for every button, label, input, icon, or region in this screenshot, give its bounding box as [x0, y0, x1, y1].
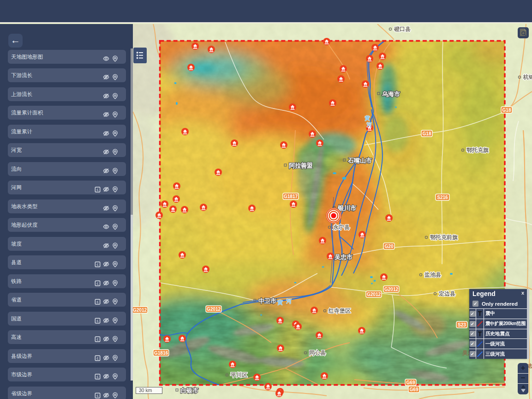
svg-text:鄂托克旗: 鄂托克旗 [466, 147, 489, 153]
svg-text:G20: G20 [385, 244, 394, 249]
svg-text:河: 河 [366, 121, 372, 128]
svg-text:中卫市: 中卫市 [258, 297, 276, 304]
svg-text:G2012: G2012 [367, 292, 381, 297]
svg-text:乌海市: 乌海市 [382, 91, 400, 97]
svg-text:G2012: G2012 [207, 307, 221, 312]
svg-text:G69: G69 [410, 387, 418, 392]
svg-text:G18: G18 [502, 108, 511, 113]
svg-text:吴忠市: 吴忠市 [334, 254, 353, 260]
svg-text:银川市: 银川市 [337, 205, 357, 212]
svg-text:黄: 黄 [365, 115, 370, 121]
svg-text:鄂托克前旗: 鄂托克前旗 [430, 234, 458, 241]
svg-text:磴口县: 磴口县 [394, 26, 411, 32]
svg-text:G2012: G2012 [133, 308, 147, 313]
svg-text:G1817: G1817 [284, 194, 298, 199]
svg-text:G1816: G1816 [154, 351, 168, 356]
svg-text:红寺堡区: 红寺堡区 [328, 308, 351, 314]
svg-text:S216: S216 [437, 195, 448, 200]
svg-text:G2012: G2012 [384, 287, 398, 292]
svg-text:永宁县: 永宁县 [333, 224, 350, 230]
svg-text:S23: S23 [458, 322, 466, 327]
svg-text:河: 河 [286, 298, 292, 304]
svg-text:石嘴山市: 石嘴山市 [347, 157, 372, 164]
svg-text:定边县: 定边县 [438, 290, 455, 297]
svg-text:黄: 黄 [277, 299, 283, 306]
svg-text:盐池县: 盐池县 [424, 272, 441, 278]
svg-text:平川区: 平川区 [230, 372, 247, 378]
svg-text:G18: G18 [423, 131, 431, 136]
svg-text:阿拉善盟: 阿拉善盟 [289, 162, 313, 169]
svg-text:G69: G69 [406, 380, 415, 385]
svg-text:白银市: 白银市 [180, 387, 198, 394]
svg-text:同心县: 同心县 [309, 350, 326, 356]
svg-text:杭锦旗: 杭锦旗 [523, 74, 532, 80]
